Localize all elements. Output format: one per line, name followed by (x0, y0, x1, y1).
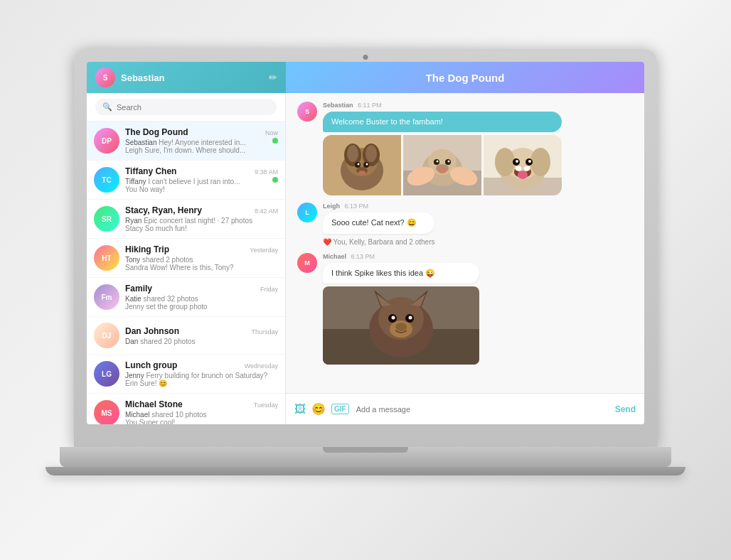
svg-rect-37 (516, 166, 521, 171)
conv-avatar-img: DP (94, 128, 119, 154)
msg-avatar: M (297, 253, 317, 273)
conv-avatar-img: Fm (94, 284, 119, 310)
svg-point-10 (366, 163, 368, 166)
msg-time: 6:13 PM (351, 253, 375, 260)
msg-meta: Sebastian 6:11 PM (323, 102, 562, 109)
conv-name: Hiking Trip (125, 244, 169, 254)
conv-preview: Sebastian Hey! Anyone interested in... (125, 139, 278, 146)
conv-preview: Katie shared 32 photos (125, 295, 278, 303)
svg-point-29 (495, 148, 515, 176)
conv-time: 8:42 AM (255, 208, 278, 215)
msg-avatar: L (297, 203, 317, 222)
svg-point-34 (528, 160, 531, 163)
chat-header: The Dog Pound (286, 62, 644, 93)
msg-meta: Michael 6:13 PM (323, 253, 479, 260)
user-avatar-img: S (95, 68, 115, 87)
conv-name: Dan Johnson (125, 326, 179, 336)
conv-top-row: Dan Johnson Thursday (125, 326, 278, 336)
conv-preview: Michael shared 10 photos (125, 411, 278, 419)
message-row: M Michael 6:13 PM I think Spike likes th… (297, 253, 633, 365)
conv-name: Family (125, 284, 152, 294)
sidebar: 🔍 DP The Dog Pou (87, 93, 286, 424)
conv-top-row: The Dog Pound Now (125, 127, 278, 137)
conv-top-row: Lunch group Wednesday (125, 360, 278, 370)
gif-button[interactable]: GIF (331, 404, 349, 414)
conv-item-the-dog-pound[interactable]: DP The Dog Pound Now Sebastian Hey! Anyo… (87, 122, 285, 161)
msg-content: Sebastian 6:11 PM Welcome Buster to the … (323, 102, 562, 195)
reactions: ❤️ You, Kelly, Barbara and 2 others (323, 238, 434, 246)
conv-top-row: Tiffany Chen 9:38 AM (125, 166, 278, 176)
conv-preview2: Stacy So much fun! (125, 225, 278, 232)
messages-list: S Sebastian 6:11 PM Welcome Buster to th… (286, 93, 644, 393)
laptop-camera (363, 55, 368, 60)
svg-point-5 (347, 145, 358, 162)
send-button[interactable]: Send (615, 404, 636, 414)
conv-avatar-img: DJ (94, 323, 119, 348)
msg-bubble: I think Spike likes this idea 😜 (323, 263, 479, 284)
conv-name: Stacy, Ryan, Henry (125, 205, 202, 215)
conv-item-lunch-group[interactable]: LG Lunch group Wednesday Jenny Ferry bui… (87, 355, 285, 394)
dog-photo-1 (323, 135, 401, 195)
sender-name: Sebastian (323, 102, 353, 109)
message-group-sebastian: S Sebastian 6:11 PM Welcome Buster to th… (297, 102, 633, 195)
conv-item-family[interactable]: Fm Family Friday Katie shared 32 photos … (87, 278, 285, 317)
conv-preview2: Sandra Wow! Where is this, Tony? (125, 264, 278, 271)
app-window: S Sebastian ✏ The Dog Pound (87, 62, 644, 424)
edit-icon[interactable]: ✏ (269, 72, 277, 83)
msg-time: 6:13 PM (345, 203, 369, 210)
photo-button[interactable]: 🖼 (294, 403, 306, 416)
sender-name: Michael (323, 253, 346, 260)
conv-top-row: Family Friday (125, 284, 278, 294)
conv-time: Friday (260, 286, 278, 293)
conv-time: Yesterday (250, 247, 278, 254)
svg-point-6 (366, 145, 377, 162)
conv-top-row: Hiking Trip Yesterday (125, 244, 278, 254)
conv-item-michael-stone[interactable]: MS Michael Stone Tuesday Michael shared … (87, 394, 285, 424)
conv-info: The Dog Pound Now Sebastian Hey! Anyone … (125, 127, 278, 154)
message-row: L Leigh 6:13 PM Sooo cute! Cat next? 😄 (297, 203, 633, 245)
conv-info: Lunch group Wednesday Jenny Ferry buildi… (125, 360, 278, 387)
conv-preview2: Jenny set the group photo (125, 303, 278, 311)
svg-point-33 (516, 160, 518, 163)
photo-cell-3 (484, 135, 562, 195)
conv-time: Tuesday (254, 402, 278, 409)
laptop-screen: S Sebastian ✏ The Dog Pound (74, 49, 657, 447)
msg-avatar-img: L (297, 203, 317, 222)
svg-rect-38 (524, 166, 530, 171)
conversations-list: DP The Dog Pound Now Sebastian Hey! Anyo… (87, 122, 285, 424)
conv-avatar: HT (94, 245, 119, 271)
msg-bubble: Welcome Buster to the fambam! (323, 112, 562, 132)
message-row: S Sebastian 6:11 PM Welcome Buster to th… (297, 102, 633, 195)
conv-avatar: Fm (94, 284, 119, 310)
conv-avatar: DJ (94, 323, 119, 348)
svg-point-50 (392, 316, 395, 320)
emoji-button[interactable]: 😊 (311, 402, 326, 416)
chat-area: S Sebastian 6:11 PM Welcome Buster to th… (286, 93, 644, 424)
conv-item-stacy-ryan-henry[interactable]: SR Stacy, Ryan, Henry 8:42 AM Ryan Epic … (87, 200, 285, 239)
message-input[interactable] (356, 405, 608, 414)
conv-avatar: MS (94, 400, 119, 424)
msg-content: Michael 6:13 PM I think Spike likes this… (323, 253, 479, 365)
photo-grid (323, 135, 562, 195)
conv-time: Thursday (251, 328, 278, 335)
svg-point-30 (530, 148, 550, 176)
svg-point-55 (390, 321, 412, 338)
search-wrapper[interactable]: 🔍 (95, 99, 277, 115)
conv-info: Dan Johnson Thursday Dan shared 20 photo… (125, 326, 278, 345)
search-input[interactable] (117, 103, 270, 112)
conv-avatar-img: MS (94, 400, 119, 424)
user-avatar: S (95, 68, 115, 87)
msg-avatar-img: S (297, 102, 317, 122)
conv-preview: Tony shared 2 photos (125, 256, 278, 264)
conv-preview2: You No way! (125, 185, 278, 193)
msg-content: Leigh 6:13 PM Sooo cute! Cat next? 😄 ❤️ … (323, 203, 434, 245)
conv-time: Wednesday (245, 362, 278, 370)
photo-cell-2 (403, 135, 481, 195)
conv-item-tiffany-chen[interactable]: TC Tiffany Chen 9:38 AM Tiffany I can't … (87, 161, 285, 200)
svg-point-20 (448, 161, 450, 163)
conv-info: Family Friday Katie shared 32 photos Jen… (125, 284, 278, 311)
conv-preview: Jenny Ferry building for brunch on Satur… (125, 372, 278, 379)
message-group-michael: M Michael 6:13 PM I think Spike likes th… (297, 253, 633, 365)
conv-item-hiking-trip[interactable]: HT Hiking Trip Yesterday Tony shared 2 p… (87, 239, 285, 278)
conv-item-dan-johnson[interactable]: DJ Dan Johnson Thursday Dan shared 20 ph… (87, 317, 285, 355)
